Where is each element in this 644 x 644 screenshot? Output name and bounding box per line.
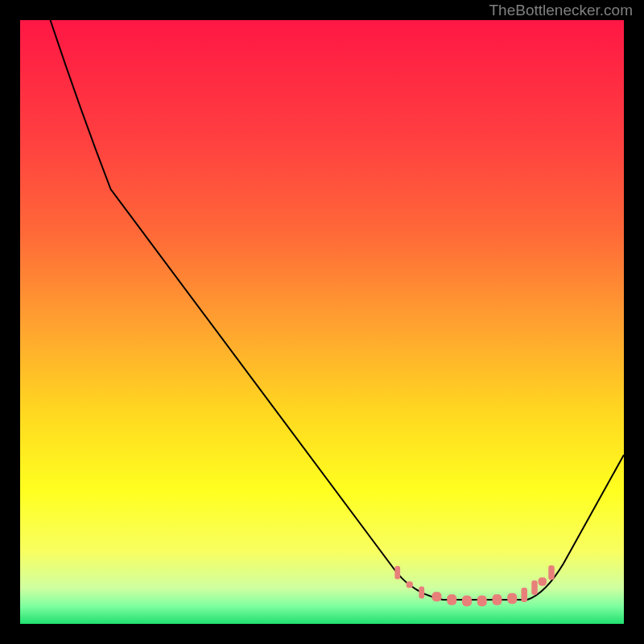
svg-rect-1 — [407, 581, 413, 588]
chart-svg — [20, 20, 624, 624]
svg-rect-0 — [394, 566, 400, 580]
svg-rect-12 — [548, 565, 555, 580]
svg-rect-5 — [462, 596, 472, 607]
svg-rect-3 — [432, 592, 442, 601]
svg-rect-6 — [477, 596, 487, 607]
svg-rect-7 — [493, 594, 502, 605]
gradient-background — [20, 20, 624, 624]
svg-rect-4 — [447, 594, 456, 605]
svg-rect-8 — [507, 593, 517, 605]
svg-rect-9 — [522, 588, 528, 602]
svg-rect-11 — [539, 577, 547, 586]
svg-rect-10 — [531, 580, 538, 595]
watermark-text: TheBottlenecker.com — [489, 2, 633, 19]
svg-rect-2 — [419, 587, 424, 599]
chart-container — [20, 20, 624, 624]
